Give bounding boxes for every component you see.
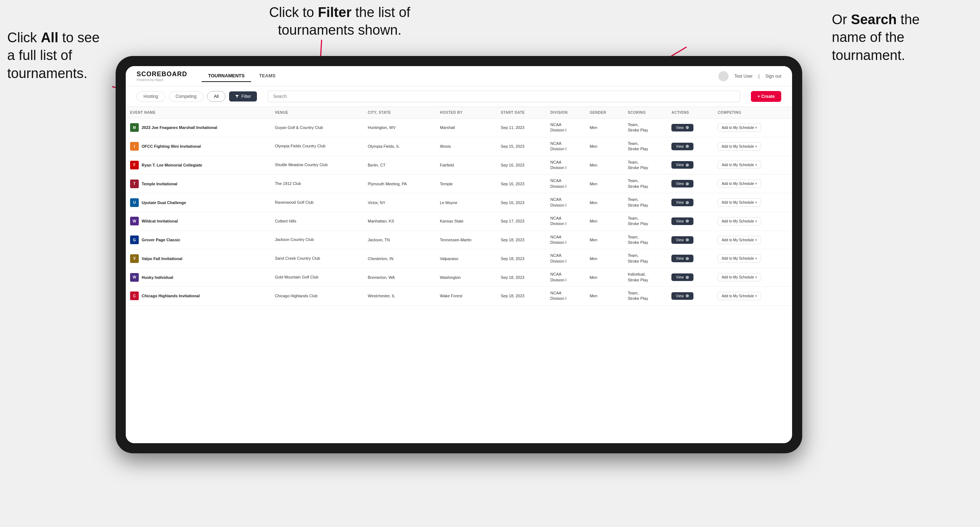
add-to-schedule-button[interactable]: Add to My Schedule + <box>718 142 761 151</box>
add-to-schedule-button[interactable]: Add to My Schedule + <box>718 217 761 225</box>
event-name-cell: C Chicago Highlands Invitational <box>126 287 270 306</box>
col-city-state: CITY, STATE <box>364 107 436 119</box>
table-row: T Temple Invitational The 1912 ClubPlymo… <box>126 175 792 193</box>
hosted-by-cell: Washington <box>436 268 496 287</box>
table-body: M 2023 Joe Feaganes Marshall Invitationa… <box>126 119 792 306</box>
add-to-schedule-button[interactable]: Add to My Schedule + <box>718 254 761 263</box>
svg-point-17 <box>687 277 688 278</box>
add-to-schedule-button[interactable]: Add to My Schedule + <box>718 292 761 300</box>
add-to-schedule-button[interactable]: Add to My Schedule + <box>718 198 761 206</box>
nav-tab-teams[interactable]: TEAMS <box>253 70 282 82</box>
team-logo: C <box>130 292 139 300</box>
team-logo: F <box>130 161 139 170</box>
signout-link[interactable]: Sign out <box>765 74 781 79</box>
logo-sub: Powered by clippd <box>137 78 187 82</box>
col-gender: GENDER <box>585 107 623 119</box>
venue-cell: Chicago Highlands Club <box>270 287 364 306</box>
city-state-cell: Plymouth Meeting, PA <box>364 175 436 193</box>
event-name: Temple Invitational <box>142 182 177 186</box>
start-date-cell: Sep 17, 2023 <box>496 212 546 230</box>
create-button[interactable]: + Create <box>751 91 781 102</box>
city-state-cell: Westchester, IL <box>364 287 436 306</box>
svg-point-15 <box>687 258 688 259</box>
event-name: Wildcat Invitational <box>142 219 178 223</box>
team-logo: G <box>130 235 139 244</box>
team-logo: U <box>130 198 139 207</box>
add-to-schedule-button[interactable]: Add to My Schedule + <box>718 273 761 281</box>
search-input[interactable] <box>268 90 740 102</box>
view-button[interactable]: View <box>671 217 694 225</box>
table-header-row: EVENT NAME VENUE CITY, STATE HOSTED BY S… <box>126 107 792 119</box>
gender-cell: Men <box>585 175 623 193</box>
hosting-tab[interactable]: Hosting <box>137 91 165 102</box>
event-name: 2023 Joe Feaganes Marshall Invitational <box>142 125 217 130</box>
add-to-schedule-button[interactable]: Add to My Schedule + <box>718 124 761 132</box>
all-tab[interactable]: All <box>207 91 226 102</box>
division-cell: NCAADivision I <box>546 268 585 287</box>
toolbar: Hosting Competing All Filter + Create <box>126 86 792 107</box>
event-name: Upstate Dual Challenge <box>142 200 186 205</box>
action-cell: View <box>667 193 713 212</box>
division-cell: NCAADivision I <box>546 287 585 306</box>
event-name-cell: T Temple Invitational <box>126 175 270 193</box>
col-hosted-by: HOSTED BY <box>436 107 496 119</box>
scoring-cell: Team,Stroke Play <box>623 212 667 230</box>
event-name-cell: U Upstate Dual Challenge <box>126 193 270 212</box>
event-name-cell: V Valpo Fall Invitational <box>126 249 270 268</box>
view-button[interactable]: View <box>671 161 694 169</box>
competing-tab[interactable]: Competing <box>169 91 204 102</box>
view-button[interactable]: View <box>671 143 694 150</box>
venue-cell: Olympia Fields Country Club <box>270 137 364 156</box>
filter-button[interactable]: Filter <box>229 91 257 102</box>
table-row: I OFCC Fighting Illini Invitational Olym… <box>126 137 792 156</box>
gender-cell: Men <box>585 249 623 268</box>
nav-tab-tournaments[interactable]: TOURNAMENTS <box>202 70 251 82</box>
team-logo: I <box>130 142 139 151</box>
view-button[interactable]: View <box>671 292 694 300</box>
tournament-table-container: EVENT NAME VENUE CITY, STATE HOSTED BY S… <box>126 107 792 443</box>
schedule-cell: Add to My Schedule + <box>713 268 792 287</box>
view-button[interactable]: View <box>671 198 694 206</box>
svg-point-9 <box>687 202 688 203</box>
team-logo: V <box>130 254 139 263</box>
gender-cell: Men <box>585 137 623 156</box>
venue-cell: The 1912 Club <box>270 175 364 193</box>
add-to-schedule-button[interactable]: Add to My Schedule + <box>718 179 761 188</box>
logo-text: SCOREBOARD <box>137 70 187 78</box>
scoring-cell: Team,Stroke Play <box>623 230 667 249</box>
eye-icon <box>686 144 689 148</box>
view-button[interactable]: View <box>671 236 694 244</box>
view-button[interactable]: View <box>671 273 694 281</box>
view-button[interactable]: View <box>671 124 694 132</box>
svg-point-3 <box>687 146 688 147</box>
action-cell: View <box>667 156 713 175</box>
hosted-by-cell: Valparaiso <box>436 249 496 268</box>
annotation-topright: Or Search thename of thetournament. <box>832 11 962 64</box>
view-button[interactable]: View <box>671 255 694 262</box>
venue-cell: Sand Creek Country Club <box>270 249 364 268</box>
scoring-cell: Team,Stroke Play <box>623 249 667 268</box>
city-state-cell: Jackson, TN <box>364 230 436 249</box>
hosted-by-cell: Le Moyne <box>436 193 496 212</box>
tournament-table: EVENT NAME VENUE CITY, STATE HOSTED BY S… <box>126 107 792 306</box>
action-cell: View <box>667 230 713 249</box>
add-to-schedule-button[interactable]: Add to My Schedule + <box>718 236 761 244</box>
city-state-cell: Victor, NY <box>364 193 436 212</box>
logo-area: SCOREBOARD Powered by clippd <box>137 70 187 82</box>
col-start-date: START DATE <box>496 107 546 119</box>
city-state-cell: Olympia Fields, IL <box>364 137 436 156</box>
start-date-cell: Sep 16, 2023 <box>496 175 546 193</box>
hosted-by-cell: Temple <box>436 175 496 193</box>
col-division: DIVISION <box>546 107 585 119</box>
eye-icon <box>686 182 689 186</box>
scoring-cell: Team,Stroke Play <box>623 156 667 175</box>
user-avatar <box>718 71 729 81</box>
action-cell: View <box>667 268 713 287</box>
view-button[interactable]: View <box>671 180 694 187</box>
svg-point-1 <box>687 127 688 128</box>
add-to-schedule-button[interactable]: Add to My Schedule + <box>718 161 761 169</box>
event-name: OFCC Fighting Illini Invitational <box>142 144 201 148</box>
schedule-cell: Add to My Schedule + <box>713 249 792 268</box>
division-cell: NCAADivision I <box>546 137 585 156</box>
division-cell: NCAADivision I <box>546 156 585 175</box>
